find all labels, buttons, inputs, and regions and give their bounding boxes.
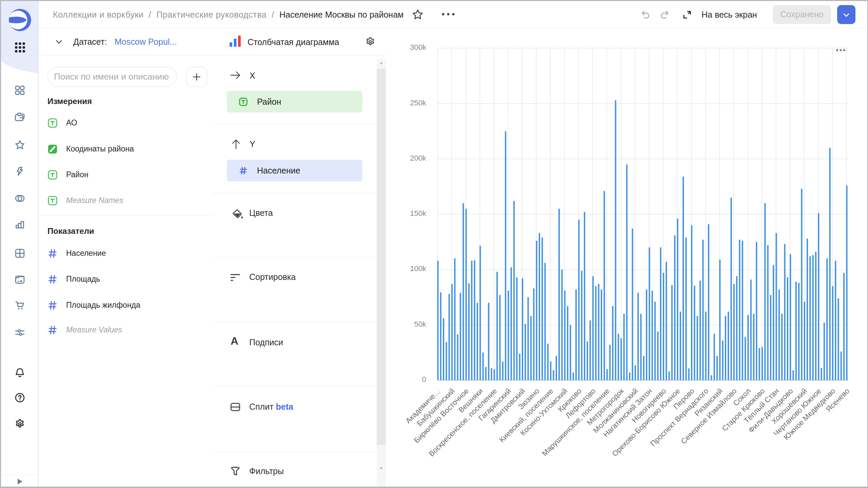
svg-text:300k: 300k [410, 43, 427, 52]
svg-text:0: 0 [422, 375, 426, 384]
svg-text:250k: 250k [410, 99, 427, 107]
svg-text:150k: 150k [410, 209, 427, 218]
svg-text:100k: 100k [410, 264, 427, 273]
svg-text:200k: 200k [410, 154, 427, 162]
svg-text:50k: 50k [414, 320, 427, 328]
